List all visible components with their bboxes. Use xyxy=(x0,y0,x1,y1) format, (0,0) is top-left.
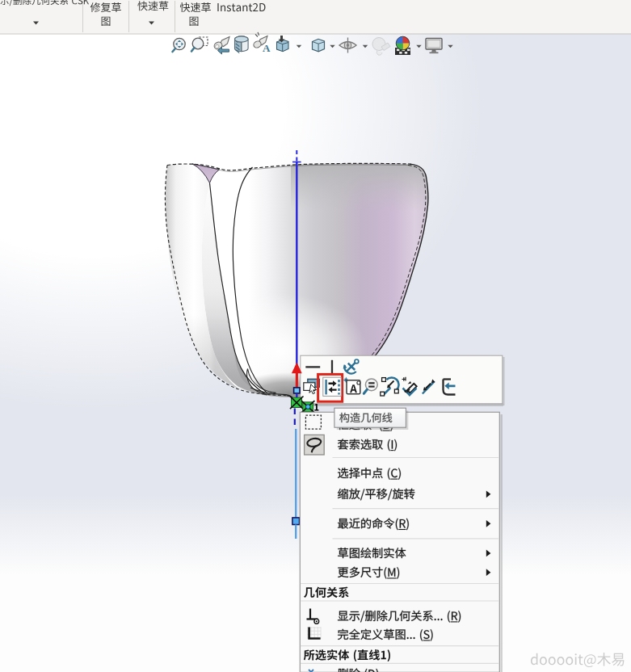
svg-text:A: A xyxy=(263,42,271,54)
